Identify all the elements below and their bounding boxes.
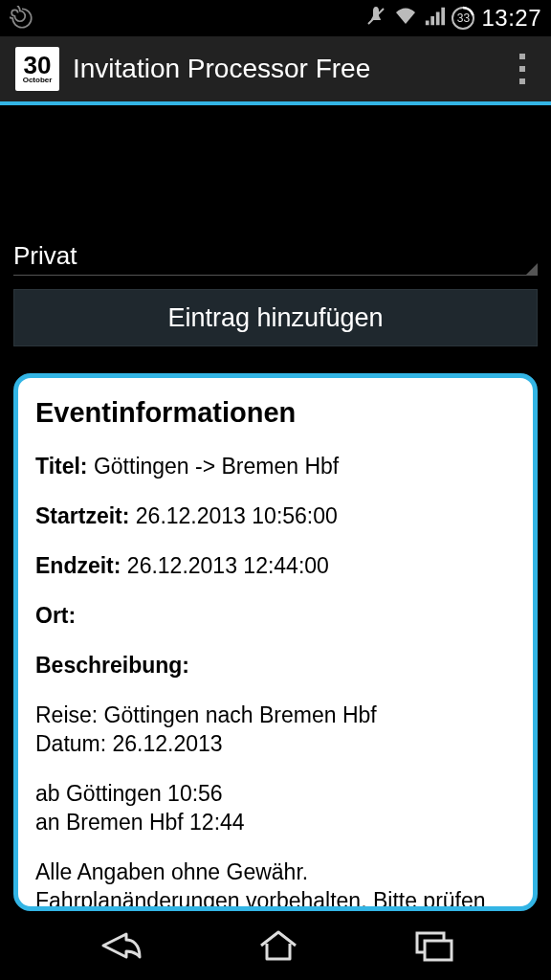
- app-icon-day: 30: [24, 54, 52, 77]
- chevron-down-icon: [526, 263, 538, 275]
- overflow-dot-icon: [519, 54, 525, 59]
- add-entry-label: Eintrag hinzufügen: [167, 303, 383, 333]
- calendar-spinner[interactable]: Privat: [13, 230, 538, 276]
- event-location-label: Ort:: [35, 603, 76, 628]
- event-title-row: Titel: Göttingen -> Bremen Hbf: [35, 452, 516, 480]
- event-desc-block-1: Reise: Göttingen nach Bremen Hbf Datum: …: [35, 701, 516, 758]
- back-button[interactable]: [96, 928, 143, 963]
- event-end-value: 26.12.2013 12:44:00: [127, 553, 329, 578]
- event-desc-line2: Datum: 26.12.2013: [35, 729, 516, 758]
- add-entry-button[interactable]: Eintrag hinzufügen: [13, 289, 538, 346]
- svg-rect-3: [425, 941, 452, 960]
- signal-icon: [424, 6, 445, 31]
- action-bar: 30 October Invitation Processor Free: [0, 36, 551, 101]
- event-heading: Eventinformationen: [35, 397, 516, 429]
- event-title-label: Titel:: [35, 454, 88, 479]
- event-desc-label: Beschreibung:: [35, 653, 189, 678]
- status-right: 33 13:27: [364, 5, 541, 32]
- home-button[interactable]: [257, 928, 299, 963]
- content-area: Privat Eintrag hinzufügen Eventinformati…: [0, 105, 551, 911]
- recents-button[interactable]: [413, 929, 455, 962]
- event-location-row: Ort:: [35, 601, 516, 630]
- clock: 13:27: [481, 5, 541, 32]
- overflow-dot-icon: [519, 66, 525, 72]
- event-desc-line1: Reise: Göttingen nach Bremen Hbf: [35, 701, 516, 729]
- event-start-row: Startzeit: 26.12.2013 10:56:00: [35, 501, 516, 530]
- event-end-label: Endzeit:: [35, 553, 121, 578]
- navigation-bar: [0, 911, 551, 980]
- snapdragon-icon: [10, 6, 34, 31]
- app-title: Invitation Processor Free: [73, 54, 503, 84]
- overflow-dot-icon: [519, 78, 525, 84]
- wifi-icon: [393, 5, 418, 32]
- event-desc-line4: an Bremen Hbf 12:44: [35, 808, 516, 836]
- event-desc-line5: Alle Angaben ohne Gewähr. Fahrplanänderu…: [35, 858, 516, 911]
- event-start-label: Startzeit:: [35, 503, 129, 528]
- event-card-wrap: Eventinformationen Titel: Göttingen -> B…: [13, 373, 538, 911]
- app-icon-month: October: [23, 77, 53, 84]
- event-desc-line3: ab Göttingen 10:56: [35, 779, 516, 808]
- mute-icon: [364, 5, 387, 32]
- spinner-selected-value: Privat: [13, 241, 77, 271]
- event-desc-block-2: ab Göttingen 10:56 an Bremen Hbf 12:44: [35, 779, 516, 836]
- top-spacer: [13, 105, 538, 230]
- event-card: Eventinformationen Titel: Göttingen -> B…: [13, 373, 538, 911]
- event-title-value: Göttingen -> Bremen Hbf: [94, 454, 339, 479]
- overflow-menu-button[interactable]: [503, 47, 541, 91]
- event-desc-label-row: Beschreibung:: [35, 651, 516, 679]
- status-bar: 33 13:27: [0, 0, 551, 36]
- app-icon[interactable]: 30 October: [15, 47, 59, 91]
- status-left: [10, 6, 34, 31]
- event-start-value: 26.12.2013 10:56:00: [136, 503, 338, 528]
- battery-percent: 33: [457, 11, 470, 25]
- battery-icon: 33: [451, 6, 475, 31]
- event-end-row: Endzeit: 26.12.2013 12:44:00: [35, 551, 516, 580]
